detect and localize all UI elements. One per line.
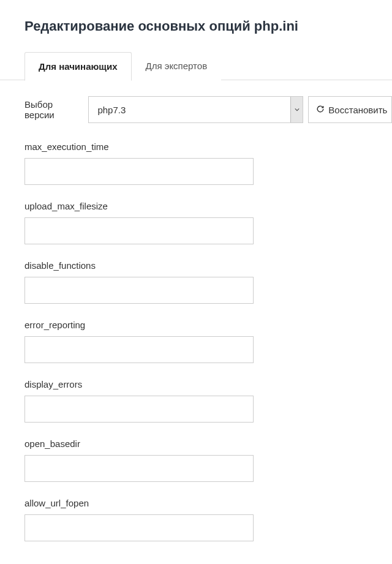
field-label: allow_url_fopen <box>24 498 392 508</box>
tabs: Для начинающих Для экспертов <box>24 51 392 80</box>
field-label: disable_functions <box>24 260 392 271</box>
field-label: error_reporting <box>24 320 392 330</box>
field-label: display_errors <box>24 379 392 389</box>
field-input-display-errors[interactable] <box>24 396 254 423</box>
field-input-error-reporting[interactable] <box>24 336 254 363</box>
fields: max_execution_time upload_max_filesize d… <box>24 141 392 541</box>
field-label: upload_max_filesize <box>24 201 392 211</box>
tab-expert[interactable]: Для экспертов <box>132 51 222 80</box>
field-error-reporting: error_reporting <box>24 320 392 363</box>
tab-beginner[interactable]: Для начинающих <box>24 52 132 81</box>
field-upload-max-filesize: upload_max_filesize <box>24 201 392 244</box>
version-label: Выбор версии <box>24 99 82 120</box>
field-disable-functions: disable_functions <box>24 260 392 304</box>
field-input-allow-url-fopen[interactable] <box>24 514 254 541</box>
field-display-errors: display_errors <box>24 379 392 423</box>
field-input-upload-max-filesize[interactable] <box>24 217 254 244</box>
restore-label: Восстановить <box>328 105 387 115</box>
field-input-open-basedir[interactable] <box>24 455 254 482</box>
version-selected: php7.3 <box>89 97 290 122</box>
field-label: open_basedir <box>24 438 392 449</box>
field-input-disable-functions[interactable] <box>24 277 254 304</box>
refresh-icon <box>316 105 325 115</box>
version-select[interactable]: php7.3 <box>88 96 303 123</box>
field-label: max_execution_time <box>24 141 392 152</box>
field-max-execution-time: max_execution_time <box>24 141 392 185</box>
restore-button[interactable]: Восстановить <box>308 96 392 123</box>
field-input-max-execution-time[interactable] <box>24 158 254 185</box>
chevron-down-icon[interactable] <box>290 97 303 122</box>
page-title: Редактирование основных опций php.ini <box>24 18 392 34</box>
field-open-basedir: open_basedir <box>24 438 392 482</box>
field-allow-url-fopen: allow_url_fopen <box>24 498 392 541</box>
